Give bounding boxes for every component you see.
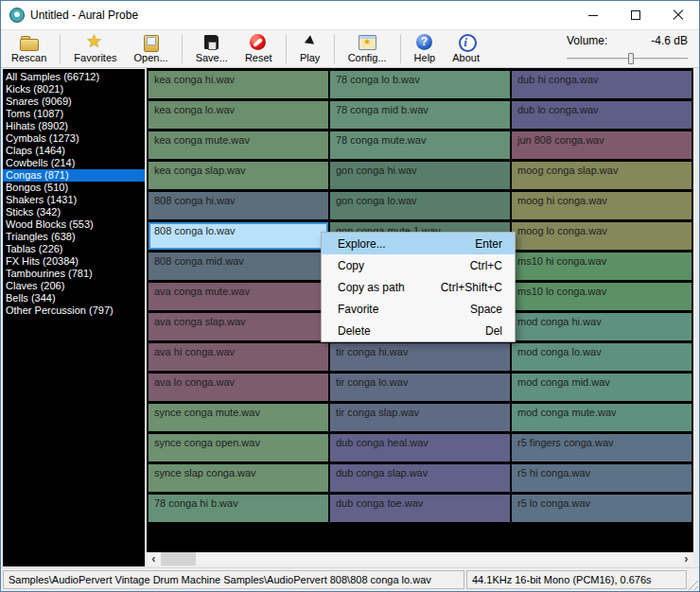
sidebar-item-tablas[interactable]: Tablas (226) <box>3 243 145 255</box>
sidebar-item-wood-blocks[interactable]: Wood Blocks (553) <box>3 218 145 231</box>
close-button[interactable] <box>656 1 699 29</box>
reset-button[interactable]: Reset <box>236 30 281 67</box>
sample-cell[interactable]: kea conga slap.wav <box>149 162 328 189</box>
sample-cell[interactable]: 78 conga lo b.wav <box>330 71 510 98</box>
sample-cell[interactable]: gon conga lo.wav <box>330 192 510 219</box>
volume-label: Volume: <box>567 34 607 47</box>
scroll-left-arrow-icon[interactable]: ‹ <box>147 552 161 566</box>
sample-cell[interactable]: synce slap conga.wav <box>149 464 328 492</box>
menu-item-explore[interactable]: Explore...Enter <box>322 233 515 254</box>
app-window: Untitled - Aural Probe RescanFavoritesOp… <box>0 0 700 592</box>
config-button[interactable]: Config... <box>340 30 395 67</box>
horizontal-scrollbar[interactable]: ‹ › <box>147 552 693 566</box>
sidebar-item-claps[interactable]: Claps (1464) <box>3 145 145 157</box>
sidebar-item-tambourines[interactable]: Tambourines (781) <box>3 268 145 280</box>
sidebar-item-claves[interactable]: Claves (206) <box>3 280 145 292</box>
sidebar-item-hihats[interactable]: Hihats (8902) <box>3 120 145 132</box>
save-button[interactable]: Save... <box>187 30 236 67</box>
sample-cell[interactable]: jun 808 conga.wav <box>512 131 691 159</box>
menu-item-label: Copy <box>338 259 364 272</box>
play-button[interactable]: Play <box>291 30 329 67</box>
sample-cell[interactable]: moog lo conga.wav <box>512 222 691 250</box>
sample-cell[interactable]: dub conga heal.wav <box>330 434 510 461</box>
sample-cell[interactable]: tir conga lo.wav <box>330 374 510 401</box>
toolbar-separator <box>60 34 61 63</box>
open-button[interactable]: Open... <box>126 30 177 67</box>
sample-cell[interactable]: ava hi conga.wav <box>149 343 328 371</box>
sample-cell[interactable]: mod conga mid.wav <box>512 374 691 401</box>
sample-cell[interactable]: dub hi conga.wav <box>512 71 691 98</box>
resize-grip[interactable] <box>686 578 698 590</box>
sidebar-item-snares[interactable]: Snares (9069) <box>3 96 145 108</box>
sample-cell[interactable]: r5 fingers conga.wav <box>512 434 691 461</box>
sidebar-item-triangles[interactable]: Triangles (638) <box>3 231 145 243</box>
about-icon <box>456 34 477 51</box>
sidebar-item-all-samples[interactable]: All Samples (66712) <box>3 71 145 83</box>
status-format-info: 44.1KHz 16-bit Mono (PCM16), 0.676s <box>466 570 687 589</box>
volume-slider-thumb[interactable] <box>628 53 634 64</box>
sample-cell[interactable]: ava lo conga.wav <box>149 374 328 401</box>
sample-cell[interactable]: kea conga hi.wav <box>149 71 328 98</box>
toolbar-button-label: Play <box>300 52 320 63</box>
toolbar-button-label: Open... <box>134 52 168 63</box>
sample-cell[interactable]: 78 conga mid b.wav <box>330 101 510 129</box>
menu-item-delete[interactable]: DeleteDel <box>322 320 515 341</box>
sample-cell[interactable]: tir conga hi.wav <box>330 343 510 371</box>
toolbar: RescanFavoritesOpen...Save...ResetPlayCo… <box>1 29 699 68</box>
menu-item-shortcut: Del <box>485 324 502 338</box>
sample-cell[interactable]: ava conga mute.wav <box>149 283 328 310</box>
menu-item-copy[interactable]: CopyCtrl+C <box>322 254 515 276</box>
sample-cell[interactable]: kea conga lo.wav <box>149 101 328 129</box>
favorites-button[interactable]: Favorites <box>65 30 125 67</box>
play-icon <box>300 34 321 51</box>
sample-cell[interactable]: ms10 lo conga.wav <box>512 283 691 310</box>
sidebar-item-shakers[interactable]: Shakers (1431) <box>3 194 145 206</box>
toolbar-button-label: Favorites <box>74 52 116 63</box>
sample-cell[interactable]: dub conga slap.wav <box>330 464 510 492</box>
sidebar-item-cymbals[interactable]: Cymbals (1273) <box>3 132 145 145</box>
sidebar-item-sticks[interactable]: Sticks (342) <box>3 206 145 218</box>
help-button[interactable]: Help <box>406 30 445 67</box>
sidebar-item-cowbells[interactable]: Cowbells (214) <box>3 157 145 169</box>
sample-cell[interactable]: 808 conga mid.wav <box>149 252 328 280</box>
sidebar-item-bells[interactable]: Bells (344) <box>3 292 145 305</box>
toolbar-buttons: RescanFavoritesOpen...Save...ResetPlayCo… <box>3 30 488 67</box>
sample-cell[interactable]: dub conga toe.wav <box>330 495 510 522</box>
sidebar-item-fx-hits[interactable]: FX Hits (20384) <box>3 255 145 268</box>
sidebar-item-bongos[interactable]: Bongos (510) <box>3 182 145 194</box>
sample-cell[interactable]: mod conga mute.wav <box>512 404 691 431</box>
sidebar-item-congas[interactable]: Congas (871) <box>3 169 145 182</box>
window-title: Untitled - Aural Probe <box>30 9 138 22</box>
sample-cell[interactable]: r5 lo conga.wav <box>512 495 691 522</box>
sample-cell[interactable]: r5 hi conga.wav <box>512 464 691 492</box>
sample-cell[interactable]: synce conga mute.wav <box>149 404 328 431</box>
sample-cell[interactable]: mod conga hi.wav <box>512 313 691 340</box>
minimize-button[interactable] <box>571 1 614 29</box>
sample-cell[interactable]: synce conga open.wav <box>149 434 328 461</box>
about-button[interactable]: About <box>444 30 488 67</box>
rescan-button[interactable]: Rescan <box>3 30 55 67</box>
sample-cell[interactable]: mod conga lo.wav <box>512 343 691 371</box>
sample-cell[interactable]: kea conga mute.wav <box>149 131 328 159</box>
sample-cell[interactable]: moog hi conga.wav <box>512 192 691 219</box>
scrollbar-thumb[interactable] <box>161 552 196 566</box>
sidebar-item-kicks[interactable]: Kicks (8021) <box>3 83 145 96</box>
sample-cell[interactable]: 78 conga hi b.wav <box>149 495 328 522</box>
sample-cell[interactable]: 78 conga mute.wav <box>330 131 510 159</box>
title-bar: Untitled - Aural Probe <box>1 1 699 29</box>
sample-cell[interactable]: ms10 hi conga.wav <box>512 252 691 280</box>
sample-cell[interactable]: ava conga slap.wav <box>149 313 328 340</box>
sample-cell[interactable]: moog conga slap.wav <box>512 162 691 189</box>
menu-item-favorite[interactable]: FavoriteSpace <box>322 298 515 320</box>
sidebar-item-other-percussion[interactable]: Other Percussion (797) <box>3 305 145 317</box>
sample-cell[interactable]: 808 conga lo.wav <box>149 222 328 250</box>
scroll-right-arrow-icon[interactable]: › <box>679 552 693 566</box>
volume-slider[interactable] <box>567 53 688 64</box>
sample-cell[interactable]: tir conga slap.wav <box>330 404 510 431</box>
sample-cell[interactable]: gon conga hi.wav <box>330 162 510 189</box>
maximize-button[interactable] <box>614 1 656 29</box>
sample-cell[interactable]: dub lo conga.wav <box>512 101 691 129</box>
sample-cell[interactable]: 808 conga hi.wav <box>149 192 328 219</box>
menu-item-copy-as-path[interactable]: Copy as pathCtrl+Shift+C <box>322 276 515 298</box>
sidebar-item-toms[interactable]: Toms (1087) <box>3 108 145 120</box>
